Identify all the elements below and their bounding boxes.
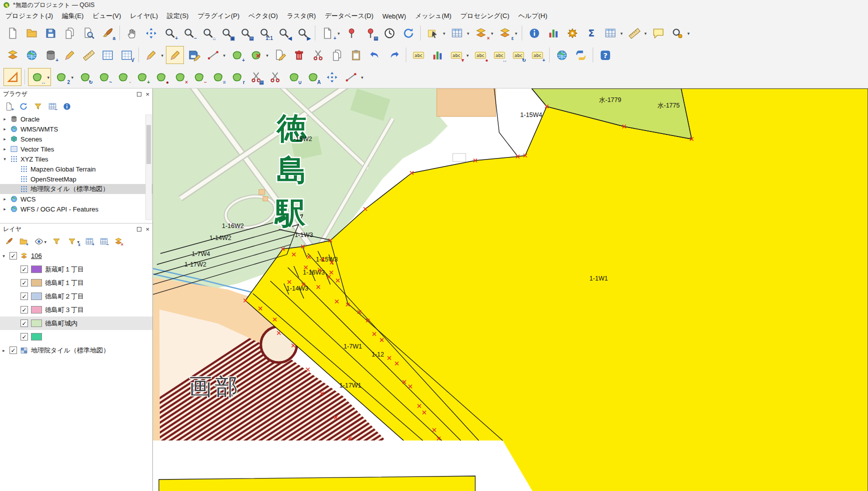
layout-manager-button[interactable] bbox=[79, 24, 97, 42]
new-mesh-layer-button[interactable] bbox=[98, 46, 116, 64]
open-project-button[interactable] bbox=[22, 24, 40, 42]
new-shapefile-layer-button[interactable] bbox=[60, 46, 78, 64]
save-project-button[interactable] bbox=[41, 24, 59, 42]
expand-arrow-icon[interactable]: ▸ bbox=[2, 136, 7, 142]
browser-scrollbar[interactable] bbox=[145, 114, 152, 220]
browser-item-2[interactable]: ▸Scenes bbox=[0, 134, 152, 144]
zoom-to-layer-button[interactable]: ▤ bbox=[237, 24, 255, 42]
layer-visibility-checkbox[interactable] bbox=[9, 346, 17, 354]
zoom-native-button[interactable]: 1:1 bbox=[256, 24, 274, 42]
browser-item-0[interactable]: ▸Oracle bbox=[0, 114, 152, 124]
browser-item-3[interactable]: ▸Vector Tiles bbox=[0, 144, 152, 154]
locator-search-button[interactable] bbox=[668, 24, 691, 42]
layer-visibility-checkbox[interactable] bbox=[20, 306, 28, 314]
deselect-features-button[interactable]: × bbox=[472, 24, 495, 42]
undo-button[interactable] bbox=[366, 46, 384, 64]
layer-diagram-options-button[interactable] bbox=[428, 46, 446, 64]
toggle-editing-button[interactable] bbox=[166, 46, 184, 64]
temporal-controller-button[interactable] bbox=[380, 24, 398, 42]
menu-item-10[interactable]: メッシュ(M) bbox=[411, 10, 456, 22]
select-by-value-button[interactable] bbox=[448, 24, 471, 42]
zoom-to-selection-button[interactable]: ▣ bbox=[218, 24, 236, 42]
menu-item-5[interactable]: プラグイン(P) bbox=[193, 10, 244, 22]
vertex-filter-button[interactable] bbox=[323, 68, 341, 86]
move-label-button[interactable]: ↔ bbox=[490, 46, 508, 64]
copy-move-feature-button[interactable]: 2 bbox=[52, 68, 75, 86]
layers-item-3[interactable]: 徳島町２丁目 bbox=[0, 290, 152, 303]
refresh-map-button[interactable] bbox=[399, 24, 417, 42]
layer-visibility-checkbox[interactable] bbox=[20, 333, 28, 340]
layer-expand-arrow-icon[interactable]: ▸ bbox=[1, 348, 6, 353]
layers-item-2[interactable]: 徳島町１丁目 bbox=[0, 276, 152, 290]
expand-arrow-icon[interactable]: ▸ bbox=[2, 146, 7, 152]
split-parts-button[interactable]: ▤ bbox=[247, 68, 265, 86]
delete-part-button[interactable]: − bbox=[190, 68, 208, 86]
menu-item-4[interactable]: 設定(S) bbox=[162, 10, 193, 22]
layer-visibility-checkbox[interactable] bbox=[20, 266, 28, 273]
collapse-all-button[interactable]: − bbox=[46, 100, 58, 112]
pan-to-selection-button[interactable] bbox=[142, 24, 160, 42]
remove-layer-button[interactable]: × bbox=[112, 235, 124, 248]
pan-map-button[interactable] bbox=[123, 24, 141, 42]
new-project-button[interactable] bbox=[3, 24, 21, 42]
menu-item-8[interactable]: データベース(D) bbox=[320, 10, 378, 22]
add-selected-layers-button[interactable]: + bbox=[2, 100, 15, 112]
browser-item-7[interactable]: 地理院タイル（標準地図） bbox=[0, 184, 152, 194]
delete-ring-button[interactable]: × bbox=[171, 68, 189, 86]
show-statistics-button[interactable] bbox=[582, 24, 600, 42]
float-panel-icon[interactable] bbox=[137, 92, 141, 96]
reshape-features-button[interactable]: r bbox=[228, 68, 246, 86]
save-layer-edits-button[interactable] bbox=[185, 46, 203, 64]
filter-browser-button[interactable] bbox=[31, 100, 44, 112]
layers-item-7[interactable]: ▸地理院タイル（標準地図） bbox=[0, 344, 152, 357]
browser-item-9[interactable]: ▸WFS / OGC API - Features bbox=[0, 204, 152, 214]
browser-item-1[interactable]: ▸WMS/WMTS bbox=[0, 124, 152, 134]
open-layer-styling-button[interactable] bbox=[2, 235, 15, 248]
expand-all-button[interactable]: + bbox=[83, 235, 95, 248]
layer-expand-arrow-icon[interactable]: ▾ bbox=[1, 254, 6, 258]
delete-selected-button[interactable] bbox=[290, 46, 308, 64]
metasearch-button[interactable] bbox=[553, 46, 571, 64]
close-panel-icon[interactable] bbox=[145, 91, 149, 98]
menu-item-7[interactable]: ラスタ(R) bbox=[282, 10, 320, 22]
processing-toolbox-button[interactable] bbox=[563, 24, 581, 42]
add-polygon-feature-button[interactable]: + bbox=[228, 46, 246, 64]
pin-unpin-labels-button[interactable]: ▼ bbox=[447, 46, 470, 64]
select-features-button[interactable] bbox=[424, 24, 447, 42]
browser-properties-button[interactable] bbox=[60, 100, 73, 112]
zoom-in-button[interactable]: + bbox=[161, 24, 179, 42]
menu-item-1[interactable]: 編集(E) bbox=[57, 10, 88, 22]
zoom-next-button[interactable]: ▶ bbox=[294, 24, 312, 42]
collapse-arrow-icon[interactable]: ▾ bbox=[2, 156, 7, 162]
cut-features-button[interactable] bbox=[309, 46, 327, 64]
menu-item-11[interactable]: プロセシング(C) bbox=[456, 10, 514, 22]
paste-features-button[interactable] bbox=[347, 46, 365, 64]
add-part-button[interactable]: + bbox=[133, 68, 151, 86]
rotate-label-button[interactable]: ↻ bbox=[509, 46, 527, 64]
layers-item-4[interactable]: 徳島町３丁目 bbox=[0, 303, 152, 316]
highlight-pinned-labels-button[interactable]: ● bbox=[471, 46, 489, 64]
menu-item-6[interactable]: ベクタ(O) bbox=[244, 10, 282, 22]
map-canvas[interactable]: 徳島駅 画部 -15W2水-1779水-17751-15W41-16W21-14… bbox=[153, 88, 868, 491]
browser-item-8[interactable]: ▸WCS bbox=[0, 194, 152, 204]
new-temporary-scratch-layer-button[interactable] bbox=[79, 46, 97, 64]
layers-item-0[interactable]: ▾106 bbox=[0, 249, 152, 262]
simplify-feature-button[interactable]: ~ bbox=[95, 68, 113, 86]
modify-attributes-button[interactable] bbox=[271, 46, 289, 64]
digitize-with-segment-button[interactable] bbox=[204, 46, 227, 64]
scrollbar-thumb[interactable] bbox=[146, 125, 151, 164]
add-group-button[interactable]: + bbox=[17, 235, 29, 248]
trim-extend-button[interactable] bbox=[342, 68, 365, 86]
layer-visibility-checkbox[interactable] bbox=[20, 292, 28, 300]
change-label-button[interactable]: + bbox=[528, 46, 546, 64]
expand-arrow-icon[interactable]: ▸ bbox=[2, 196, 7, 202]
new-geopackage-layer-button[interactable]: + bbox=[41, 46, 59, 64]
add-ring-button[interactable]: ◦ bbox=[114, 68, 132, 86]
offset-curve-button[interactable]: ≡ bbox=[209, 68, 227, 86]
expand-arrow-icon[interactable]: ▸ bbox=[2, 116, 7, 122]
close-panel-icon[interactable] bbox=[145, 226, 149, 232]
menu-item-12[interactable]: ヘルプ(H) bbox=[514, 10, 552, 22]
open-field-calculator-button[interactable] bbox=[601, 24, 624, 42]
layers-item-5[interactable]: 徳島町城内 bbox=[0, 316, 152, 330]
select-by-expression-button[interactable]: ε bbox=[496, 24, 519, 42]
